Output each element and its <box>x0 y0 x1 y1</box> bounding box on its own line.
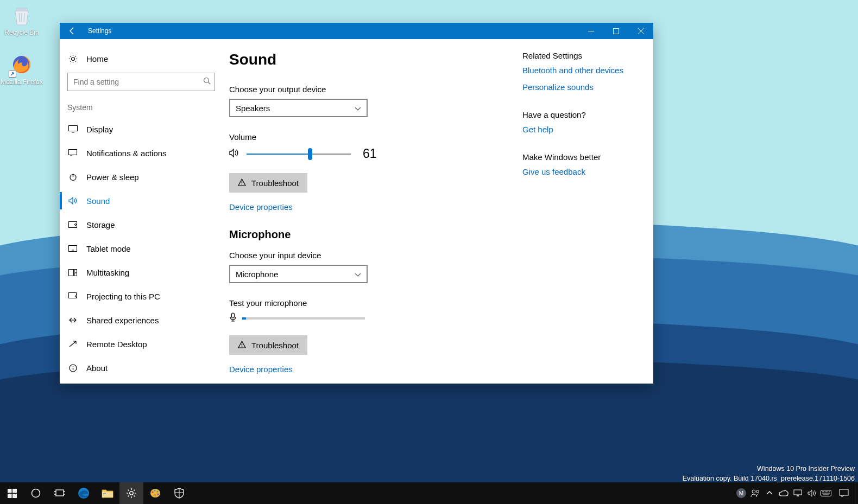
multitasking-icon <box>68 269 78 276</box>
start-button[interactable] <box>0 482 24 504</box>
output-troubleshoot-button[interactable]: Troubleshoot <box>229 173 307 193</box>
svg-rect-7 <box>69 222 77 228</box>
svg-rect-13 <box>74 273 77 276</box>
svg-rect-21 <box>12 489 17 493</box>
input-troubleshoot-button[interactable]: Troubleshoot <box>229 335 307 355</box>
tray-user-button[interactable]: M <box>734 482 748 504</box>
output-device-dropdown[interactable]: Speakers <box>229 99 368 117</box>
sidebar-item-notifications[interactable]: Notifications & actions <box>60 141 223 165</box>
tray-action-center-button[interactable] <box>833 482 855 504</box>
chevron-down-icon <box>355 104 361 113</box>
svg-point-24 <box>32 489 40 497</box>
svg-point-3 <box>204 78 209 83</box>
mic-level-meter <box>242 317 365 320</box>
sidebar-item-about[interactable]: About <box>60 356 223 380</box>
tray-input-icon[interactable] <box>819 482 833 504</box>
button-label: Troubleshoot <box>251 341 299 350</box>
tray-network-icon[interactable] <box>791 482 805 504</box>
close-button[interactable] <box>628 23 653 39</box>
maximize-button[interactable] <box>603 23 628 39</box>
svg-point-32 <box>154 489 155 491</box>
shortcut-overlay-icon <box>9 70 16 78</box>
svg-rect-12 <box>74 269 77 272</box>
related-link-bluetooth[interactable]: Bluetooth and other devices <box>522 66 642 75</box>
sidebar-item-label: Display <box>86 125 113 134</box>
sidebar-item-multitasking[interactable]: Multitasking <box>60 260 223 284</box>
svg-point-36 <box>756 490 759 493</box>
svg-point-29 <box>130 492 133 495</box>
taskbar-app-paint[interactable] <box>143 482 167 504</box>
svg-point-2 <box>71 57 74 60</box>
sidebar-item-power[interactable]: Power & sleep <box>60 165 223 189</box>
back-button[interactable] <box>60 23 85 39</box>
search-input[interactable] <box>67 73 215 91</box>
related-link-personalize-sounds[interactable]: Personalize sounds <box>522 82 642 92</box>
page-title: Sound <box>229 51 522 68</box>
tray-volume-icon[interactable] <box>805 482 819 504</box>
minimize-button[interactable] <box>578 23 603 39</box>
output-device-label: Choose your output device <box>229 85 522 94</box>
sidebar-item-label: Storage <box>86 220 115 229</box>
input-device-properties-link[interactable]: Device properties <box>229 365 293 374</box>
search-icon <box>203 77 211 87</box>
volume-slider[interactable] <box>247 154 351 155</box>
sidebar-item-projecting[interactable]: Projecting to this PC <box>60 284 223 308</box>
svg-point-34 <box>157 493 159 495</box>
volume-value: 61 <box>363 146 377 161</box>
sidebar-item-label: Shared experiences <box>86 316 159 325</box>
sidebar-home-label: Home <box>86 54 108 63</box>
taskbar-app-edge[interactable] <box>72 482 96 504</box>
power-icon <box>68 173 78 181</box>
taskbar-app-settings[interactable] <box>119 482 143 504</box>
input-device-dropdown[interactable]: Microphone <box>229 265 368 283</box>
svg-rect-25 <box>56 490 64 496</box>
output-device-properties-link[interactable]: Device properties <box>229 202 293 212</box>
taskbar-app-security[interactable] <box>167 482 191 504</box>
taskbar-app-explorer[interactable] <box>96 482 119 504</box>
shared-icon <box>68 316 78 324</box>
desktop-icon-firefox[interactable]: Mozilla Firefox <box>0 53 43 86</box>
cortana-button[interactable] <box>24 482 48 504</box>
feedback-link[interactable]: Give us feedback <box>522 167 642 176</box>
info-icon <box>68 364 78 372</box>
sidebar-home[interactable]: Home <box>60 48 223 69</box>
volume-label: Volume <box>229 132 522 142</box>
sidebar-item-label: About <box>86 363 108 373</box>
avatar: M <box>736 488 746 498</box>
sidebar-item-tablet[interactable]: Tablet mode <box>60 237 223 260</box>
svg-rect-22 <box>8 494 12 498</box>
warning-icon <box>238 178 246 188</box>
window-title: Settings <box>88 27 111 35</box>
sidebar-item-storage[interactable]: Storage <box>60 213 223 237</box>
svg-rect-9 <box>69 245 77 251</box>
sidebar-item-remote[interactable]: Remote Desktop <box>60 332 223 356</box>
tablet-icon <box>68 245 78 252</box>
tray-onedrive-icon[interactable] <box>777 482 791 504</box>
svg-rect-5 <box>69 150 77 155</box>
svg-rect-18 <box>232 313 235 318</box>
svg-rect-11 <box>69 269 74 276</box>
svg-rect-14 <box>68 293 76 298</box>
sidebar-item-label: Power & sleep <box>86 173 139 182</box>
sidebar-item-shared[interactable]: Shared experiences <box>60 308 223 332</box>
titlebar[interactable]: Settings <box>60 23 653 39</box>
tray-people-button[interactable] <box>748 482 762 504</box>
sidebar-item-label: Tablet mode <box>86 244 131 253</box>
get-help-link[interactable]: Get help <box>522 125 642 134</box>
svg-rect-37 <box>794 490 802 495</box>
desktop-icon-recycle-bin[interactable]: Recycle Bin <box>0 3 43 36</box>
show-desktop-button[interactable] <box>855 482 858 504</box>
task-view-button[interactable] <box>48 482 72 504</box>
microphone-heading: Microphone <box>229 228 522 241</box>
make-better-heading: Make Windows better <box>522 152 642 162</box>
svg-point-35 <box>752 490 755 493</box>
svg-rect-20 <box>8 489 12 493</box>
dropdown-value: Microphone <box>236 270 278 279</box>
svg-point-8 <box>75 224 77 226</box>
speaker-icon <box>229 148 240 160</box>
sidebar-item-display[interactable]: Display <box>60 117 223 141</box>
tray-overflow-button[interactable] <box>762 482 777 504</box>
sidebar-item-sound[interactable]: Sound <box>60 189 223 213</box>
system-tray: M <box>734 482 858 504</box>
projecting-icon <box>68 292 78 300</box>
